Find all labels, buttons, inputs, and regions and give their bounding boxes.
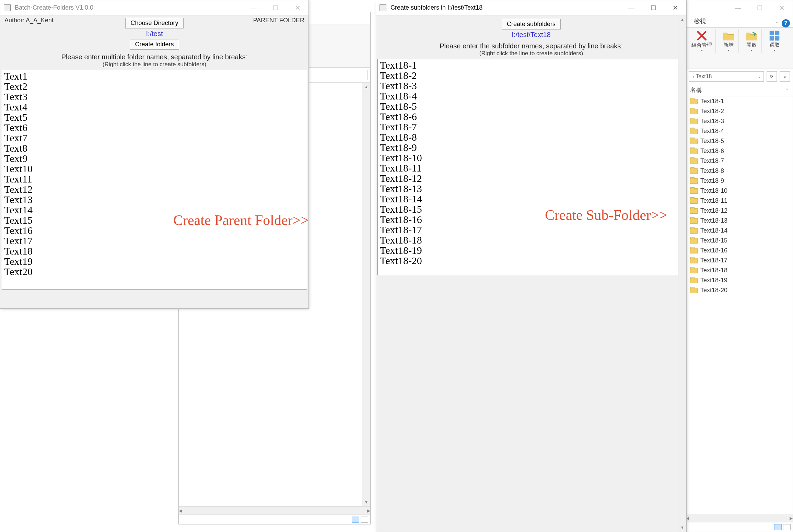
maximize-button[interactable]: ☐ (265, 0, 287, 15)
column-header-name[interactable]: 名稱 ⌃ (686, 84, 793, 96)
close-button[interactable]: ✕ (771, 0, 793, 15)
view-mode-details-icon[interactable] (774, 524, 782, 530)
folder-item[interactable]: Text18-9 (686, 176, 793, 186)
folder-item[interactable]: Text18-3 (686, 116, 793, 126)
folder-icon (690, 168, 698, 174)
folder-item[interactable]: Text18-14 (686, 226, 793, 236)
folder-name: Text18-9 (700, 177, 724, 185)
folder-name: Text18-11 (700, 197, 727, 204)
close-button[interactable]: ✕ (664, 0, 686, 15)
minimize-button[interactable]: — (243, 0, 265, 15)
choose-directory-button[interactable]: Choose Directory (125, 18, 183, 28)
selected-path: I:/test (2, 29, 307, 38)
create-subfolders-button[interactable]: Create subfolders (502, 19, 561, 29)
scroll-down-icon[interactable]: ▼ (678, 523, 686, 532)
folder-item[interactable]: Text18-7 (686, 156, 793, 166)
ribbon-open-button[interactable]: 開啟 (745, 29, 758, 53)
minimize-button[interactable]: — (620, 0, 642, 15)
folder-item[interactable]: Text18-8 (686, 166, 793, 176)
folder-icon (690, 158, 698, 164)
folder-item[interactable]: Text18-16 (686, 246, 793, 256)
close-icon: ✕ (673, 4, 678, 12)
folder-item[interactable]: Text18-1 (686, 96, 793, 106)
folder-open-icon (745, 29, 758, 42)
folder-name: Text18-15 (700, 237, 727, 244)
instructions-line-1: Please enter multiple folder names, sepa… (2, 50, 307, 61)
folder-name: Text18-13 (700, 217, 727, 224)
ribbon: 組合管理 新增 開啟 選取 (686, 28, 793, 69)
folder-item[interactable]: Text18-12 (686, 206, 793, 216)
folder-item[interactable]: Text18-5 (686, 136, 793, 146)
scroll-up-icon[interactable]: ▲ (362, 83, 370, 91)
folder-icon (690, 208, 698, 214)
delete-x-icon (695, 29, 708, 42)
app-window-batch-create-folders: Batch-Create-Folders V1.0.0 — ☐ ✕ Author… (0, 0, 309, 309)
folder-icon (690, 149, 698, 154)
svg-rect-2 (770, 36, 774, 41)
folder-icon (690, 228, 698, 234)
view-mode-large-icon[interactable] (783, 524, 791, 530)
folder-icon (690, 238, 698, 244)
titlebar[interactable]: — ☐ ✕ (686, 0, 793, 15)
folder-icon (690, 278, 698, 283)
ribbon-collapse-icon[interactable]: ⌃ (775, 21, 779, 26)
subfolder-names-textarea[interactable] (377, 59, 685, 275)
folder-names-textarea[interactable] (2, 70, 307, 289)
folder-item[interactable]: Text18-19 (686, 275, 793, 285)
folder-item[interactable]: Text18-2 (686, 106, 793, 116)
horizontal-scrollbar[interactable]: ◀ ▶ (179, 506, 370, 515)
ribbon-select-button[interactable]: 選取 (768, 29, 781, 53)
create-folders-button[interactable]: Create folders (130, 39, 179, 50)
breadcrumb[interactable]: › Text18 ⌄ (689, 71, 764, 82)
vertical-scrollbar[interactable]: ▲ ▼ (362, 83, 370, 506)
vertical-scrollbar[interactable]: ▲ ▼ (678, 15, 686, 532)
chevron-down-icon[interactable]: ⌄ (758, 74, 761, 79)
folder-item[interactable]: Text18-4 (686, 126, 793, 136)
titlebar[interactable]: Create subfolders in I:/test\Text18 — ☐ … (376, 0, 686, 15)
ribbon-group-select-label: 選取 (769, 42, 780, 53)
folder-item[interactable]: Text18-17 (686, 256, 793, 265)
view-mode-details-icon[interactable] (352, 517, 359, 523)
ribbon-delete-button[interactable]: 組合管理 (691, 29, 712, 53)
breadcrumb-segment[interactable]: Text18 (696, 73, 712, 80)
file-list[interactable]: 名稱 ⌃ Text18-1Text18-2Text18-3Text18-4Tex… (686, 84, 793, 514)
maximize-button[interactable]: ☐ (749, 0, 771, 15)
ribbon-new-button[interactable]: 新增 (722, 29, 735, 53)
maximize-icon: ☐ (757, 4, 762, 12)
folder-name: Text18-12 (700, 207, 727, 214)
maximize-button[interactable]: ☐ (642, 0, 664, 15)
close-button[interactable]: ✕ (287, 0, 308, 15)
svg-rect-3 (775, 36, 780, 41)
maximize-icon: ☐ (651, 4, 656, 12)
folder-item[interactable]: Text18-15 (686, 236, 793, 246)
ribbon-tabs: 檢視 ⌃ ? (686, 15, 793, 28)
minimize-button[interactable]: — (727, 0, 749, 15)
help-icon[interactable]: ? (782, 19, 790, 27)
folder-item[interactable]: Text18-6 (686, 146, 793, 156)
view-mode-large-icon[interactable] (361, 517, 368, 523)
minimize-icon: — (735, 4, 741, 12)
search-button[interactable]: ⌕ (780, 71, 790, 82)
folder-item[interactable]: Text18-20 (686, 285, 793, 295)
folder-item[interactable]: Text18-11 (686, 196, 793, 206)
instructions-line-2: (Right click the line to create subfolde… (377, 50, 685, 59)
folder-icon (690, 129, 698, 134)
titlebar[interactable]: Batch-Create-Folders V1.0.0 — ☐ ✕ (0, 0, 308, 15)
app-icon (380, 4, 386, 11)
scroll-down-icon[interactable]: ▼ (362, 498, 370, 506)
folder-icon (722, 29, 735, 42)
scroll-up-icon[interactable]: ▲ (678, 15, 686, 24)
refresh-button[interactable]: ⟳ (767, 71, 777, 82)
folder-item[interactable]: Text18-18 (686, 265, 793, 275)
folder-name: Text18-7 (700, 157, 724, 165)
folder-icon (690, 188, 698, 194)
tab-view[interactable]: 檢視 (688, 15, 712, 27)
instructions-line-2: (Right click the line to create subfolde… (2, 61, 307, 70)
horizontal-scrollbar[interactable]: ◀ ▶ (686, 514, 793, 522)
scroll-right-icon[interactable]: ▶ (790, 514, 793, 522)
ribbon-group-open-label: 開啟 (746, 42, 757, 53)
scroll-right-icon[interactable]: ▶ (367, 507, 370, 515)
folder-item[interactable]: Text18-10 (686, 186, 793, 196)
folder-item[interactable]: Text18-13 (686, 216, 793, 226)
scroll-left-icon[interactable]: ◀ (179, 507, 182, 515)
